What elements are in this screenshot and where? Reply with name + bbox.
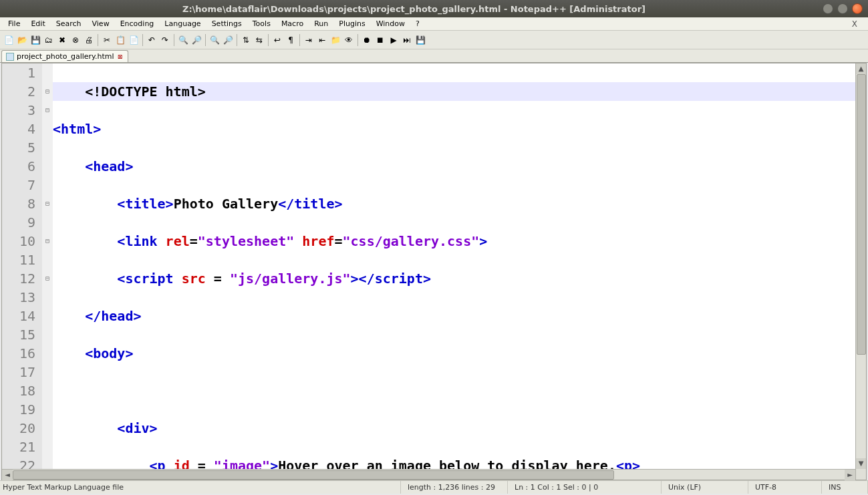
scroll-up-icon[interactable]: ▲ — [856, 63, 866, 74]
zoomin-icon[interactable]: 🔍 — [208, 34, 221, 46]
menu-file[interactable]: File — [3, 18, 25, 29]
toolbar: 📄 📂 💾 🗂 ✖ ⊗ 🖨 ✂ 📋 📄 ↶ ↷ 🔍 🔎 🔍 🔎 ⇅ ⇆ ↩ ¶ … — [0, 31, 868, 49]
menubar: File Edit Search View Encoding Language … — [0, 17, 868, 31]
replace-icon[interactable]: 🔎 — [190, 34, 202, 46]
menu-tools[interactable]: Tools — [247, 18, 276, 29]
hscroll-thumb[interactable] — [13, 470, 614, 480]
code-area[interactable]: <!DOCTYPE html> <html> <head> <title>Pho… — [53, 63, 866, 480]
menu-search[interactable]: Search — [51, 18, 87, 29]
outdent-icon[interactable]: ⇤ — [316, 34, 328, 46]
play-icon[interactable]: ▶ — [388, 34, 400, 46]
new-icon[interactable]: 📄 — [3, 34, 15, 46]
scroll-down-icon[interactable]: ▼ — [856, 458, 866, 469]
tab-label: project_photo_gallery.html — [17, 52, 114, 61]
tab-active[interactable]: project_photo_gallery.html ⊠ — [1, 50, 128, 62]
save-icon[interactable]: 💾 — [29, 34, 41, 46]
allchars-icon[interactable]: ¶ — [285, 34, 297, 46]
menu-settings[interactable]: Settings — [206, 18, 247, 29]
close-icon[interactable]: ✖ — [56, 34, 68, 46]
scroll-left-icon[interactable]: ◄ — [2, 470, 13, 480]
tab-close-icon[interactable]: ⊠ — [117, 53, 124, 60]
record-icon[interactable]: ⏺ — [361, 34, 373, 46]
tabbar: project_photo_gallery.html ⊠ — [0, 49, 868, 63]
line-gutter: 12345678910111213141516171819202122 — [2, 63, 42, 480]
status-stats: length : 1,236 lines : 29 — [401, 481, 508, 494]
file-icon — [6, 53, 14, 61]
saveall-icon[interactable]: 🗂 — [43, 34, 55, 46]
titlebar: Z:\home\dataflair\Downloads\projects\pro… — [0, 0, 868, 17]
status-language: Hyper Text Markup Language file — [0, 481, 401, 494]
zoomout-icon[interactable]: 🔎 — [222, 34, 234, 46]
monitor-icon[interactable]: 👁 — [343, 34, 355, 46]
menu-window[interactable]: Window — [371, 18, 410, 29]
savemacro-icon[interactable]: 💾 — [414, 34, 426, 46]
vertical-scrollbar[interactable]: ▲ ▼ — [855, 63, 866, 480]
menu-macro[interactable]: Macro — [276, 18, 309, 29]
menu-plugins[interactable]: Plugins — [333, 18, 370, 29]
folder-icon[interactable]: 📁 — [329, 34, 341, 46]
status-eol: Unix (LF) — [662, 481, 748, 494]
open-icon[interactable]: 📂 — [16, 34, 28, 46]
editor: 12345678910111213141516171819202122 ⊟⊟⊟⊟… — [1, 63, 867, 480]
find-icon[interactable]: 🔍 — [177, 34, 189, 46]
menu-close-x[interactable]: X — [847, 18, 863, 30]
minimize-button[interactable] — [823, 3, 833, 14]
maximize-button[interactable] — [837, 3, 848, 14]
status-insert: INS — [822, 481, 868, 494]
menu-view[interactable]: View — [87, 18, 115, 29]
menu-run[interactable]: Run — [309, 18, 333, 29]
status-position: Ln : 1 Col : 1 Sel : 0 | 0 — [508, 481, 662, 494]
sync-v-icon[interactable]: ⇅ — [240, 34, 252, 46]
menu-help[interactable]: ? — [410, 18, 425, 29]
menu-language[interactable]: Language — [159, 18, 206, 29]
statusbar: Hyper Text Markup Language file length :… — [0, 480, 868, 494]
status-encoding: UTF-8 — [748, 481, 822, 494]
wrap-icon[interactable]: ↩ — [271, 34, 283, 46]
scroll-thumb[interactable] — [857, 74, 866, 355]
sync-h-icon[interactable]: ⇆ — [253, 34, 265, 46]
paste-icon[interactable]: 📄 — [128, 34, 140, 46]
copy-icon[interactable]: 📋 — [114, 34, 126, 46]
window-title: Z:\home\dataflair\Downloads\projects\pro… — [5, 4, 823, 14]
close-button[interactable] — [852, 3, 863, 14]
menu-edit[interactable]: Edit — [25, 18, 50, 29]
cut-icon[interactable]: ✂ — [101, 34, 113, 46]
menu-encoding[interactable]: Encoding — [115, 18, 160, 29]
fold-gutter[interactable]: ⊟⊟⊟⊟⊟ — [42, 63, 53, 480]
redo-icon[interactable]: ↷ — [159, 34, 171, 46]
indent-icon[interactable]: ⇥ — [303, 34, 315, 46]
scroll-right-icon[interactable]: ► — [845, 470, 855, 480]
undo-icon[interactable]: ↶ — [146, 34, 158, 46]
playmulti-icon[interactable]: ⏭ — [401, 34, 413, 46]
stop-icon[interactable]: ⏹ — [374, 34, 386, 46]
closeall-icon[interactable]: ⊗ — [69, 34, 82, 46]
horizontal-scrollbar[interactable]: ◄ ► — [2, 469, 855, 480]
print-icon[interactable]: 🖨 — [83, 34, 95, 46]
